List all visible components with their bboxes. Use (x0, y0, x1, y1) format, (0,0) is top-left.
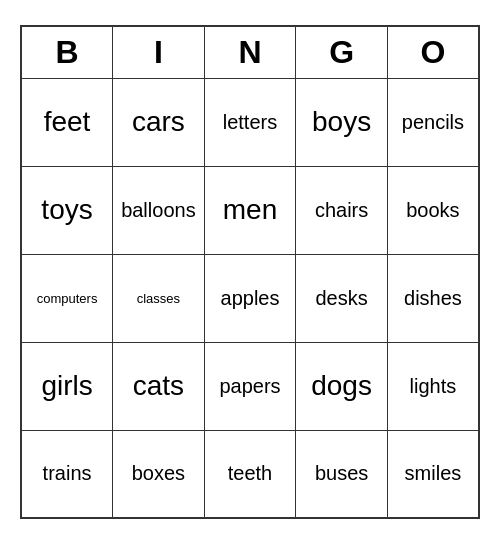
header-n: N (204, 26, 296, 78)
bingo-cell-1-2: cars (113, 78, 205, 166)
bingo-cell-5-5: smiles (387, 430, 479, 518)
bingo-cell-4-2: cats (113, 342, 205, 430)
bingo-cell-2-5: books (387, 166, 479, 254)
header-g: G (296, 26, 388, 78)
bingo-cell-1-5: pencils (387, 78, 479, 166)
bingo-table: BINGO feetcarslettersboyspencilstoysball… (20, 25, 480, 519)
header-i: I (113, 26, 205, 78)
bingo-row-4: girlscatspapersdogslights (21, 342, 479, 430)
bingo-cell-2-4: chairs (296, 166, 388, 254)
bingo-row-5: trainsboxesteethbusessmiles (21, 430, 479, 518)
bingo-cell-3-4: desks (296, 254, 388, 342)
bingo-cell-2-1: toys (21, 166, 113, 254)
bingo-cell-1-4: boys (296, 78, 388, 166)
bingo-cell-2-3: men (204, 166, 296, 254)
bingo-cell-5-3: teeth (204, 430, 296, 518)
bingo-cell-5-1: trains (21, 430, 113, 518)
header-b: B (21, 26, 113, 78)
bingo-cell-4-3: papers (204, 342, 296, 430)
bingo-header-row: BINGO (21, 26, 479, 78)
bingo-cell-4-5: lights (387, 342, 479, 430)
bingo-cell-5-4: buses (296, 430, 388, 518)
bingo-cell-3-3: apples (204, 254, 296, 342)
bingo-row-1: feetcarslettersboyspencils (21, 78, 479, 166)
bingo-row-2: toysballoonsmenchairsbooks (21, 166, 479, 254)
header-o: O (387, 26, 479, 78)
bingo-cell-3-2: classes (113, 254, 205, 342)
bingo-row-3: computersclassesapplesdesksdishes (21, 254, 479, 342)
bingo-card: BINGO feetcarslettersboyspencilstoysball… (20, 25, 480, 519)
bingo-cell-4-4: dogs (296, 342, 388, 430)
bingo-cell-3-1: computers (21, 254, 113, 342)
bingo-cell-1-3: letters (204, 78, 296, 166)
bingo-cell-4-1: girls (21, 342, 113, 430)
bingo-cell-3-5: dishes (387, 254, 479, 342)
bingo-cell-5-2: boxes (113, 430, 205, 518)
bingo-cell-2-2: balloons (113, 166, 205, 254)
bingo-cell-1-1: feet (21, 78, 113, 166)
